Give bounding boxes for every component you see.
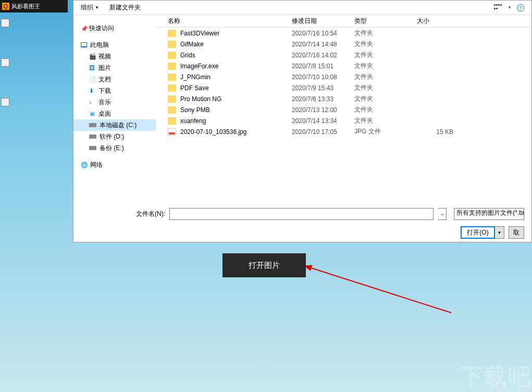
- file-list: 名称 修改日期 类型 大小 Fast3DViewer 2020/7/16 10:…: [156, 15, 531, 203]
- file-type: 文件夹: [354, 62, 417, 70]
- file-row[interactable]: Sony PMB 2020/7/13 12:00 文件夹: [156, 104, 531, 115]
- folder-icon: [168, 74, 176, 81]
- sidebar-disk-e[interactable]: 备份 (E:): [73, 142, 156, 154]
- sidebar-downloads[interactable]: ⬇下载: [73, 85, 156, 96]
- file-type: 文件夹: [354, 83, 417, 92]
- file-name: Pro Motion NG: [180, 95, 292, 103]
- file-type: 文件夹: [354, 105, 417, 114]
- file-type: 文件夹: [354, 94, 417, 103]
- file-row[interactable]: J_PNGmin 2020/7/10 10:08 文件夹: [156, 71, 531, 82]
- file-filter-select[interactable]: 所有支持的图片文件(*.bm: [454, 208, 524, 220]
- desktop-icon[interactable]: [1, 58, 9, 67]
- document-icon: 📄: [89, 76, 95, 82]
- view-mode-icon[interactable]: [494, 4, 502, 11]
- file-date: 2020/7/9 15:43: [292, 84, 354, 92]
- file-name: PDF Save: [180, 84, 292, 92]
- cancel-button[interactable]: 取: [509, 226, 524, 239]
- sidebar-documents[interactable]: 📄文档: [73, 74, 156, 85]
- file-type: JPG 文件: [354, 127, 417, 136]
- sidebar: 📌快速访问 此电脑 🎬视频 🖼图片 📄文档 ⬇下载 ♪音乐 🖥桌面 本地磁盘 (…: [73, 15, 156, 203]
- open-dropdown-icon[interactable]: ▼: [495, 226, 504, 239]
- file-date: 2020/7/8 15:01: [292, 63, 354, 70]
- file-name: GifMake: [180, 41, 292, 48]
- sidebar-pictures[interactable]: 🖼图片: [73, 62, 156, 74]
- app-logo-icon: Q: [2, 3, 9, 10]
- open-file-dialog: 组织▼ 新建文件夹 ▼ ? 📌快速访问 此电脑 🎬视频 🖼图片 📄文档 ⬇下载 …: [73, 0, 532, 242]
- file-row[interactable]: 2020-07-10_103536.jpg 2020/7/10 17:05 JP…: [156, 126, 531, 137]
- pin-icon: 📌: [81, 26, 86, 31]
- filename-dropdown-icon[interactable]: ⌄: [438, 208, 447, 220]
- column-size[interactable]: 大小: [417, 17, 459, 26]
- file-name: 2020-07-10_103536.jpg: [180, 128, 292, 136]
- file-date: 2020/7/10 17:05: [292, 128, 354, 136]
- file-name: J_PNGmin: [180, 74, 292, 81]
- desktop-icons: [1, 19, 9, 138]
- sidebar-this-pc[interactable]: 此电脑: [73, 39, 156, 51]
- monitor-icon: [81, 42, 87, 47]
- folder-icon: [168, 41, 176, 48]
- open-button[interactable]: 打开(O): [461, 226, 495, 239]
- file-name: ImageFor.exe: [180, 63, 292, 70]
- open-image-button[interactable]: 打开图片: [222, 253, 306, 277]
- folder-icon: [168, 84, 176, 92]
- file-type: 文件夹: [354, 116, 417, 125]
- jpg-icon: [168, 128, 176, 136]
- folder-icon: [168, 95, 176, 103]
- file-name: Sony PMB: [180, 106, 292, 114]
- network-icon: 🌐: [81, 162, 87, 168]
- download-icon: ⬇: [89, 88, 95, 94]
- sidebar-desktop[interactable]: 🖥桌面: [73, 108, 156, 119]
- sidebar-network[interactable]: 🌐网络: [73, 159, 156, 170]
- file-row[interactable]: ImageFor.exe 2020/7/8 15:01 文件夹: [156, 60, 531, 71]
- annotation-arrow: [305, 263, 462, 321]
- organize-button[interactable]: 组织▼: [81, 3, 99, 12]
- sidebar-disk-d[interactable]: 软件 (D:): [73, 131, 156, 142]
- sidebar-quick-access[interactable]: 📌快速访问: [73, 22, 156, 34]
- sidebar-disk-c[interactable]: 本地磁盘 (C:): [73, 119, 156, 131]
- sort-arrow-icon: ▲: [300, 16, 304, 21]
- watermark-url: www.xiazaiba.com: [488, 386, 531, 392]
- folder-icon: [168, 117, 176, 125]
- file-row[interactable]: Fast3DViewer 2020/7/16 10:54 文件夹: [156, 28, 531, 39]
- disk-icon: [89, 123, 96, 127]
- file-row[interactable]: Grids 2020/7/16 14:02 文件夹: [156, 50, 531, 60]
- file-row[interactable]: xuanfeng 2020/7/14 13:34 文件夹: [156, 115, 531, 126]
- desktop-icon[interactable]: [1, 98, 9, 106]
- file-date: 2020/7/16 10:54: [292, 30, 354, 37]
- disk-icon: [89, 134, 96, 139]
- file-name: Grids: [180, 52, 292, 59]
- folder-icon: [168, 106, 176, 114]
- new-folder-button[interactable]: 新建文件夹: [109, 3, 141, 12]
- file-size: 15 KB: [417, 128, 459, 136]
- file-row[interactable]: Pro Motion NG 2020/7/6 13:33 文件夹: [156, 93, 531, 104]
- file-row[interactable]: PDF Save 2020/7/9 15:43 文件夹: [156, 82, 531, 93]
- svg-line-0: [310, 267, 451, 313]
- chevron-down-icon[interactable]: ▼: [508, 5, 512, 10]
- app-title: 风影看图王: [11, 3, 40, 10]
- file-date: 2020/7/10 10:08: [292, 74, 354, 81]
- filename-input[interactable]: [169, 208, 434, 220]
- filename-label: 文件名(N):: [136, 210, 165, 218]
- file-type: 文件夹: [354, 40, 417, 48]
- file-type: 文件夹: [354, 29, 417, 38]
- file-date: 2020/7/14 14:48: [292, 41, 354, 48]
- file-date: 2020/7/13 12:00: [292, 106, 354, 114]
- folder-icon: [168, 30, 176, 37]
- column-name[interactable]: 名称: [156, 17, 292, 26]
- desktop-icon[interactable]: [1, 19, 9, 27]
- disk-icon: [89, 146, 96, 150]
- sidebar-videos[interactable]: 🎬视频: [73, 51, 156, 62]
- file-type: 文件夹: [354, 51, 417, 59]
- column-headers: 名称 修改日期 类型 大小: [156, 15, 531, 28]
- sidebar-music[interactable]: ♪音乐: [73, 96, 156, 108]
- open-button-group: 打开(O) ▼: [461, 226, 504, 239]
- file-name: xuanfeng: [180, 117, 292, 125]
- help-icon[interactable]: ?: [517, 4, 524, 11]
- file-date: 2020/7/14 13:34: [292, 117, 354, 125]
- file-row[interactable]: GifMake 2020/7/14 14:48 文件夹: [156, 39, 531, 50]
- file-name: Fast3DViewer: [180, 30, 292, 37]
- column-type[interactable]: 类型: [354, 17, 417, 26]
- app-header: Q 风影看图王: [0, 0, 68, 13]
- picture-icon: 🖼: [89, 65, 95, 71]
- folder-icon: [168, 63, 176, 70]
